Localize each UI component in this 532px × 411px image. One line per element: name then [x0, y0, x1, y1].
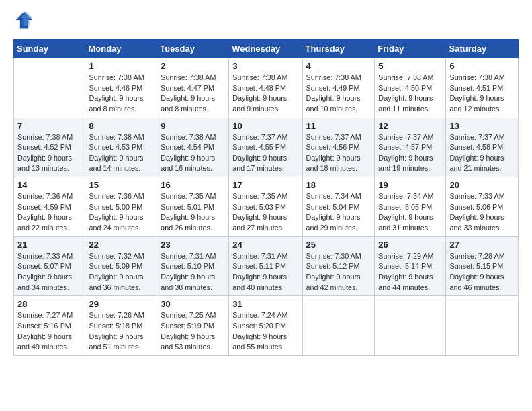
- day-number: 18: [306, 180, 371, 190]
- day-detail: Sunrise: 7:36 AM Sunset: 4:59 PM Dayligh…: [17, 191, 81, 234]
- calendar-cell: 17Sunrise: 7:35 AM Sunset: 5:03 PM Dayli…: [229, 177, 302, 237]
- day-detail: Sunrise: 7:38 AM Sunset: 4:54 PM Dayligh…: [161, 132, 225, 175]
- day-detail: Sunrise: 7:37 AM Sunset: 4:58 PM Dayligh…: [449, 132, 515, 175]
- day-detail: Sunrise: 7:25 AM Sunset: 5:19 PM Dayligh…: [161, 310, 225, 353]
- day-number: 15: [89, 180, 153, 190]
- calendar-cell: 30Sunrise: 7:25 AM Sunset: 5:19 PM Dayli…: [157, 296, 229, 356]
- calendar-cell: 28Sunrise: 7:27 AM Sunset: 5:16 PM Dayli…: [14, 296, 85, 356]
- calendar-cell: 7Sunrise: 7:38 AM Sunset: 4:52 PM Daylig…: [14, 118, 85, 177]
- day-detail: Sunrise: 7:34 AM Sunset: 5:05 PM Dayligh…: [378, 191, 442, 234]
- calendar-week-row: 21Sunrise: 7:33 AM Sunset: 5:07 PM Dayli…: [14, 236, 519, 296]
- day-number: 30: [161, 299, 225, 309]
- day-detail: Sunrise: 7:33 AM Sunset: 5:07 PM Dayligh…: [17, 251, 81, 293]
- calendar-cell: 27Sunrise: 7:28 AM Sunset: 5:15 PM Dayli…: [446, 236, 519, 296]
- day-number: 27: [449, 240, 515, 250]
- day-detail: Sunrise: 7:37 AM Sunset: 4:56 PM Dayligh…: [306, 132, 371, 175]
- day-number: 12: [378, 121, 442, 131]
- day-number: 21: [17, 240, 81, 250]
- day-number: 29: [89, 299, 153, 309]
- weekday-header-friday: Friday: [375, 40, 446, 58]
- day-detail: Sunrise: 7:28 AM Sunset: 5:15 PM Dayligh…: [449, 251, 515, 293]
- day-detail: Sunrise: 7:24 AM Sunset: 5:20 PM Dayligh…: [232, 310, 298, 353]
- day-number: 3: [232, 61, 298, 71]
- calendar-cell: 26Sunrise: 7:29 AM Sunset: 5:14 PM Dayli…: [375, 236, 446, 296]
- day-number: 28: [17, 299, 81, 309]
- day-number: 10: [232, 121, 298, 131]
- day-number: 5: [378, 61, 442, 71]
- calendar-cell: 22Sunrise: 7:32 AM Sunset: 5:09 PM Dayli…: [85, 236, 157, 296]
- day-detail: Sunrise: 7:37 AM Sunset: 4:55 PM Dayligh…: [232, 132, 298, 175]
- calendar-cell: 3Sunrise: 7:38 AM Sunset: 4:48 PM Daylig…: [229, 58, 302, 118]
- calendar-cell: 11Sunrise: 7:37 AM Sunset: 4:56 PM Dayli…: [302, 118, 375, 177]
- day-detail: Sunrise: 7:27 AM Sunset: 5:16 PM Dayligh…: [17, 310, 81, 353]
- weekday-header-wednesday: Wednesday: [229, 40, 302, 58]
- day-detail: Sunrise: 7:31 AM Sunset: 5:11 PM Dayligh…: [232, 251, 298, 293]
- calendar-cell: 1Sunrise: 7:38 AM Sunset: 4:46 PM Daylig…: [85, 58, 157, 118]
- day-detail: Sunrise: 7:29 AM Sunset: 5:14 PM Dayligh…: [378, 251, 442, 293]
- day-detail: Sunrise: 7:30 AM Sunset: 5:12 PM Dayligh…: [306, 251, 371, 293]
- day-number: 17: [232, 180, 298, 190]
- calendar-cell: 23Sunrise: 7:31 AM Sunset: 5:10 PM Dayli…: [157, 236, 229, 296]
- day-number: 11: [306, 121, 371, 131]
- calendar-cell: [375, 296, 446, 356]
- day-detail: Sunrise: 7:37 AM Sunset: 4:57 PM Dayligh…: [378, 132, 442, 175]
- header: [13, 11, 519, 32]
- weekday-header-monday: Monday: [85, 40, 157, 58]
- calendar-cell: 19Sunrise: 7:34 AM Sunset: 5:05 PM Dayli…: [375, 177, 446, 237]
- calendar-cell: 9Sunrise: 7:38 AM Sunset: 4:54 PM Daylig…: [157, 118, 229, 177]
- calendar-cell: 12Sunrise: 7:37 AM Sunset: 4:57 PM Dayli…: [375, 118, 446, 177]
- calendar-week-row: 7Sunrise: 7:38 AM Sunset: 4:52 PM Daylig…: [14, 118, 519, 177]
- calendar-cell: 18Sunrise: 7:34 AM Sunset: 5:04 PM Dayli…: [302, 177, 375, 237]
- calendar-cell: 31Sunrise: 7:24 AM Sunset: 5:20 PM Dayli…: [229, 296, 302, 356]
- day-detail: Sunrise: 7:38 AM Sunset: 4:49 PM Dayligh…: [306, 73, 371, 115]
- weekday-header-row: SundayMondayTuesdayWednesdayThursdayFrid…: [14, 40, 519, 58]
- calendar-cell: 14Sunrise: 7:36 AM Sunset: 4:59 PM Dayli…: [14, 177, 85, 237]
- day-number: 6: [449, 61, 515, 71]
- calendar-cell: 16Sunrise: 7:35 AM Sunset: 5:01 PM Dayli…: [157, 177, 229, 237]
- calendar-week-row: 28Sunrise: 7:27 AM Sunset: 5:16 PM Dayli…: [14, 296, 519, 356]
- day-detail: Sunrise: 7:32 AM Sunset: 5:09 PM Dayligh…: [89, 251, 153, 293]
- calendar-cell: 6Sunrise: 7:38 AM Sunset: 4:51 PM Daylig…: [446, 58, 519, 118]
- calendar-week-row: 14Sunrise: 7:36 AM Sunset: 4:59 PM Dayli…: [14, 177, 519, 237]
- day-number: 14: [17, 180, 81, 190]
- day-number: 23: [161, 240, 225, 250]
- day-detail: Sunrise: 7:35 AM Sunset: 5:03 PM Dayligh…: [232, 191, 298, 234]
- day-number: 19: [378, 180, 442, 190]
- day-number: 26: [378, 240, 442, 250]
- calendar-table: SundayMondayTuesdayWednesdayThursdayFrid…: [13, 39, 519, 356]
- calendar-week-row: 1Sunrise: 7:38 AM Sunset: 4:46 PM Daylig…: [14, 58, 519, 118]
- calendar-cell: 20Sunrise: 7:33 AM Sunset: 5:06 PM Dayli…: [446, 177, 519, 237]
- calendar-cell: 25Sunrise: 7:30 AM Sunset: 5:12 PM Dayli…: [302, 236, 375, 296]
- calendar-cell: 24Sunrise: 7:31 AM Sunset: 5:11 PM Dayli…: [229, 236, 302, 296]
- weekday-header-tuesday: Tuesday: [157, 40, 229, 58]
- day-number: 2: [161, 61, 225, 71]
- weekday-header-sunday: Sunday: [14, 40, 85, 58]
- day-number: 20: [449, 180, 515, 190]
- calendar-cell: [302, 296, 375, 356]
- calendar-cell: [14, 58, 85, 118]
- calendar-cell: 10Sunrise: 7:37 AM Sunset: 4:55 PM Dayli…: [229, 118, 302, 177]
- day-detail: Sunrise: 7:26 AM Sunset: 5:18 PM Dayligh…: [89, 310, 153, 353]
- day-detail: Sunrise: 7:35 AM Sunset: 5:01 PM Dayligh…: [161, 191, 225, 234]
- day-number: 16: [161, 180, 225, 190]
- day-number: 9: [161, 121, 225, 131]
- day-detail: Sunrise: 7:34 AM Sunset: 5:04 PM Dayligh…: [306, 191, 371, 234]
- calendar-cell: 21Sunrise: 7:33 AM Sunset: 5:07 PM Dayli…: [14, 236, 85, 296]
- page: SundayMondayTuesdayWednesdayThursdayFrid…: [0, 0, 532, 411]
- day-number: 31: [232, 299, 298, 309]
- day-number: 24: [232, 240, 298, 250]
- calendar-cell: 15Sunrise: 7:36 AM Sunset: 5:00 PM Dayli…: [85, 177, 157, 237]
- day-number: 13: [449, 121, 515, 131]
- weekday-header-saturday: Saturday: [446, 40, 519, 58]
- day-number: 4: [306, 61, 371, 71]
- calendar-cell: 2Sunrise: 7:38 AM Sunset: 4:47 PM Daylig…: [157, 58, 229, 118]
- day-detail: Sunrise: 7:38 AM Sunset: 4:53 PM Dayligh…: [89, 132, 153, 175]
- calendar-cell: [446, 296, 519, 356]
- day-number: 7: [17, 121, 81, 131]
- day-number: 25: [306, 240, 371, 250]
- logo-icon: [15, 11, 34, 30]
- calendar-cell: 4Sunrise: 7:38 AM Sunset: 4:49 PM Daylig…: [302, 58, 375, 118]
- day-detail: Sunrise: 7:33 AM Sunset: 5:06 PM Dayligh…: [449, 191, 515, 234]
- day-detail: Sunrise: 7:38 AM Sunset: 4:47 PM Dayligh…: [161, 73, 225, 115]
- day-detail: Sunrise: 7:36 AM Sunset: 5:00 PM Dayligh…: [89, 191, 153, 234]
